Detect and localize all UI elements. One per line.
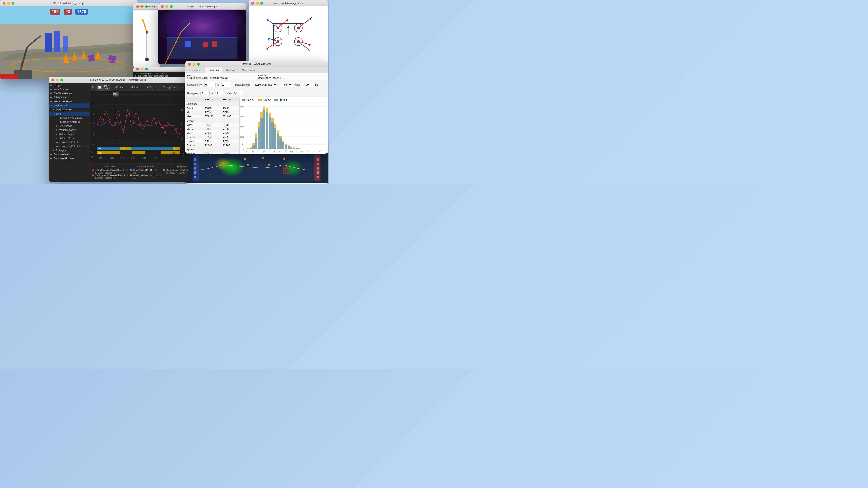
sidebar-item-realoutputs[interactable]: ▼ RealOutputs — [49, 103, 90, 107]
row-f1-min: 7.039 — [204, 110, 221, 115]
histogram-from[interactable] — [200, 91, 210, 96]
svg-text:1,000: 1,000 — [240, 136, 244, 138]
sidebar-item-commandsall[interactable]: ▶ CommandsAll — [49, 152, 90, 156]
stats-tab-swerve[interactable]: Swerve — [222, 67, 238, 73]
sidebar-item-emergencydisabled[interactable]: — EmergencyDisabled — [49, 116, 90, 120]
tab-metadata[interactable]: Metadata — [129, 85, 144, 89]
sidebar-item-driverstation[interactable]: ▶ DriverStation — [49, 95, 90, 99]
max-log[interactable] — [145, 68, 148, 70]
selection-dropdown[interactable]: ▾ — [199, 83, 203, 87]
min-stats[interactable] — [193, 63, 195, 66]
svg-point-178 — [281, 160, 303, 177]
tab-linegraph[interactable]: 📈 Line Graph — [95, 84, 111, 91]
min-main[interactable] — [56, 78, 59, 81]
selection-ctrl: Selection: ▾ to — [187, 82, 231, 87]
svg-text:150s: 150s — [131, 157, 135, 160]
sidebar-item-setpointangle[interactable]: ▶ SetpointAngle — [49, 132, 90, 136]
svg-text:140s: 140s — [121, 157, 124, 160]
sidebar-item-setpointpose[interactable]: ▶ SetpointPose — [49, 136, 90, 140]
triangle-commandsunique: ▶ — [51, 157, 53, 160]
sidebar-label-trajcountgen: TrajectoryCountGenera... — [60, 145, 88, 148]
close-video[interactable] — [161, 5, 164, 8]
sidebar-item-trajcountgen[interactable]: — TrajectoryCountGenera... — [49, 144, 90, 148]
legend-left-axis: Left Axis ...Arm/MeasuredAngle/Shoulder … — [92, 165, 128, 179]
max-stats[interactable] — [197, 63, 200, 66]
sidebar-label-nodeselector: NodeSelector — [54, 88, 69, 91]
legend-autonomous: /DriverStation/Autonomous ✕ — [130, 174, 161, 176]
stats-tab-statistics[interactable]: Statistics — [205, 67, 222, 73]
auto-select[interactable]: Auto — [281, 82, 292, 87]
sidebar-label-setangle: SetpointAngle — [59, 133, 74, 135]
hist-step-label: — step — [224, 92, 232, 95]
maximize-button-3dfield[interactable] — [12, 2, 14, 4]
ms-value[interactable] — [305, 82, 314, 87]
measurement-label: Measurement: — [235, 84, 250, 86]
field2-path: /RealOutputs/Logged MS — [258, 77, 326, 79]
table-row: H. Mean 8.761 7.639 — [185, 139, 239, 143]
sidebar-item-measuredangle[interactable]: ▶ MeasuredAngle — [49, 128, 90, 132]
remove-setpoint[interactable]: ✕ — [126, 174, 128, 176]
sidebar-item-commandsunique[interactable]: ▶ CommandsUnique — [49, 156, 90, 160]
sidebar-item-gripper[interactable]: ▶ Gripper — [49, 83, 90, 87]
stats-tab-mechanism[interactable]: Mechanism — [238, 67, 258, 73]
histogram-step[interactable] — [233, 91, 243, 96]
close-stats[interactable] — [188, 63, 191, 66]
table-row: G. Mean 8.893 7.762 — [185, 135, 239, 139]
sidebar-item-extensionpercent[interactable]: — ExtensionPercent — [49, 120, 90, 124]
tab-video[interactable]: 🎬 Video — [112, 85, 127, 89]
score-red2: 46 — [64, 9, 72, 15]
legend-measured-angle: ...Arm/MeasuredAngle/Shoulder ✕ — [92, 169, 128, 171]
max-swerve[interactable] — [260, 2, 263, 4]
svg-rect-143 — [258, 127, 260, 149]
sidebar-item-nodeselector[interactable]: ▶ NodeSelector — [49, 87, 90, 91]
tab-joysticks[interactable]: 🎮 Joysticks — [160, 85, 179, 89]
setpoint-color — [92, 174, 94, 176]
remove-enabled[interactable]: ✕ — [155, 169, 157, 171]
layout-btn[interactable]: ⊞ — [92, 85, 94, 90]
sidebar-item-dashboardinputs[interactable]: ▶ DashboardInputs — [49, 91, 90, 95]
sidebar-item-powerdistribution[interactable]: ▶ PowerDistribution — [49, 99, 90, 103]
svg-rect-188 — [194, 158, 196, 161]
sidebar-item-trajcount[interactable]: — TrajectoryCount — [49, 140, 90, 144]
main-toolbar: ⊞ 📈 Line Graph 🎬 Video Metadata ● Points — [90, 83, 188, 91]
remove-measured[interactable]: ✕ — [126, 169, 128, 171]
svg-text:8.2: 8.2 — [269, 151, 271, 152]
remove-auto[interactable]: ✕ — [159, 174, 161, 176]
dash-emergencydisabled: — — [56, 116, 58, 119]
stats-tab-linegraph[interactable]: Line Graph — [185, 67, 205, 73]
selection-from[interactable] — [204, 82, 216, 87]
sidebar-item-arm[interactable]: ▼ Arm — [49, 111, 90, 116]
sidebar-item-apriltagvision[interactable]: ▶ AprilTagVision — [49, 107, 90, 111]
svg-text:7.4: 7.4 — [263, 151, 265, 152]
max-main[interactable] — [60, 78, 63, 81]
measurement-type-select[interactable]: Independent fields — [252, 82, 277, 87]
min-video[interactable] — [165, 5, 168, 8]
svg-text:1,500: 1,500 — [240, 126, 244, 128]
histogram-to[interactable] — [214, 91, 223, 96]
min-log[interactable] — [141, 68, 143, 70]
tab-points[interactable]: ● Points — [145, 85, 158, 89]
setpoint-label: ...s/Arm/SetpointAngle/Shoulder — [95, 174, 125, 176]
close-log[interactable] — [136, 68, 139, 70]
svg-point-177 — [214, 157, 232, 170]
svg-rect-141 — [252, 146, 254, 149]
video-viewport — [158, 10, 246, 64]
min-swerve[interactable] — [256, 2, 258, 4]
sidebar-item-voltages[interactable]: ▶ Voltages — [49, 148, 90, 152]
selection-to[interactable] — [220, 82, 231, 87]
svg-rect-33 — [237, 23, 246, 37]
window-main: Log_23-04-22_15-46-39_e5.wpilog — Advant… — [49, 77, 188, 182]
close-button-3dfield[interactable] — [3, 2, 5, 4]
close-swerve[interactable] — [251, 2, 254, 4]
close-main[interactable] — [51, 78, 54, 81]
max-video[interactable] — [170, 5, 173, 8]
auto-color — [130, 174, 132, 176]
minimize-button-3dfield[interactable] — [7, 2, 10, 4]
col-header-empty — [185, 97, 204, 102]
help-link[interactable]: (Help) — [293, 84, 300, 86]
sidebar-item-liftdirection[interactable]: ▶ LiftDirection — [49, 124, 90, 128]
svg-rect-182 — [268, 164, 270, 166]
dash-trajgen: — — [56, 145, 58, 148]
dash-ext: — — [56, 121, 58, 123]
row-label-count: Count — [185, 106, 204, 110]
